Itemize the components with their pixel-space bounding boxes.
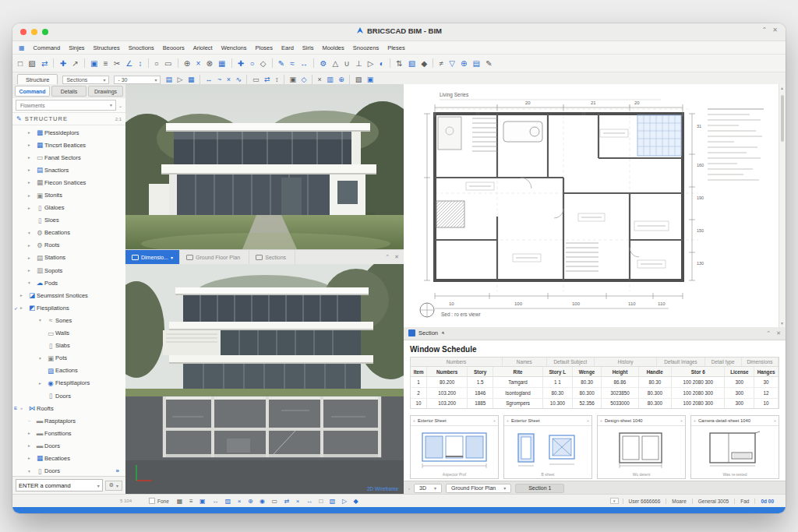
table-cell[interactable]: 80.200 [427,377,468,387]
sections-select[interactable]: Sections▾ [62,76,109,84]
toolbar-icon[interactable]: ▧ [355,76,362,83]
menu-item[interactable]: Sirls [302,44,314,51]
toolbar-icon[interactable] [178,58,178,68]
group-header-cell[interactable]: Numbers [411,358,503,366]
tree-item[interactable]: ▸ ▣ Stonits [12,188,125,201]
toolbar-icon[interactable] [313,58,314,68]
expand-arrow-icon[interactable]: ▸ [28,255,35,260]
status-field[interactable]: Moare [666,499,691,504]
table-cell[interactable]: 2 [411,388,427,398]
view-3d-select[interactable]: 3D▾ [414,484,442,493]
status-toggle-icon[interactable]: ▧ [330,498,336,505]
filter-icon[interactable]: ▼ [109,103,113,107]
toolbar-icon[interactable]: ~ [217,76,221,83]
toolbar-icon[interactable]: ⇄ [264,76,270,83]
tree-item[interactable]: ▸ ▬ Fonsttions [12,427,125,439]
toolbar-icon[interactable]: ⚙ [320,59,327,68]
tree-item[interactable]: ▸ ▤ Snactiors [12,164,125,176]
table-cell[interactable]: 100 2080 300 [672,399,725,409]
status-toggle-icon[interactable]: ▷ [342,498,347,505]
status-toggle-icon[interactable]: ◉ [260,498,265,505]
table-cell[interactable]: 1 [411,377,427,387]
toolbar-icon[interactable]: ↔ [205,76,212,83]
expand-arrow-icon[interactable]: ▾ [28,280,35,285]
table-cell[interactable]: 10 [411,399,427,409]
tree-item[interactable]: ▸ ▤ Stations [12,252,125,264]
table-cell[interactable]: 100 2080 300 [672,388,725,398]
layout-tab-ground-floor[interactable]: Ground Floor Plan▾ [446,484,511,493]
toolbar-icon[interactable]: ○ [154,59,159,68]
expand-arrow-icon[interactable]: ▸ [28,180,35,185]
table-cell[interactable]: 300 [725,377,754,387]
status-field[interactable]: 0d 00 [754,499,779,504]
group-header-cell[interactable]: Dimensions [742,358,779,366]
table-cell[interactable]: 3023850 [602,388,638,398]
table-cell[interactable]: 1846 [468,388,493,398]
tree-item[interactable]: ▸ ▦ Tincsrt Beatices [12,139,125,151]
expand-arrow-icon[interactable]: ▸ [28,443,35,448]
expand-arrow-icon[interactable]: ▸ [28,206,35,210]
toolbar-icon[interactable]: × [196,59,200,68]
collapse-icon[interactable]: ⌃ [766,330,771,336]
toolbar-icon[interactable] [390,58,390,68]
toolbar-icon[interactable] [200,75,200,84]
tree-item[interactable]: ▯ Slabs [12,340,125,352]
toolbar-icon[interactable] [349,75,350,84]
toolbar-icon[interactable]: ◆ [421,59,427,68]
tree-item[interactable]: ▾ ≈ Sones [12,314,125,326]
tree-item[interactable]: ▸ ◪ Seumssint Snotices [12,289,125,301]
menu-item[interactable]: Beooors [163,44,185,51]
toolbar-icon[interactable] [231,58,232,68]
expand-arrow-icon[interactable]: ▸ [28,155,35,160]
toolbar-icon[interactable]: ▦ [188,76,195,83]
command-input[interactable]: ENTER a command▾ [16,479,103,491]
toolbar-icon[interactable]: ▧ [28,59,35,68]
toolbar-icon[interactable]: ✎ [278,59,284,68]
tree-item[interactable]: ▨ Eactions [12,365,125,377]
table-cell[interactable]: 5033000 [602,399,638,409]
pin-icon[interactable]: ▲ [440,330,447,336]
expand-arrow-icon[interactable]: ▸ [28,193,35,198]
status-toggle-icon[interactable]: ⇄ [284,498,290,505]
toolbar-icon[interactable]: ⇄ [41,59,48,68]
search-input[interactable] [19,102,109,109]
close-icon[interactable]: ✕ [776,330,781,336]
toolbar-icon[interactable]: ⇅ [396,59,402,68]
status-toggle-icon[interactable]: ⊕ [248,498,253,505]
restore-icon[interactable]: ⌃ [762,26,768,33]
toolbar-icon[interactable]: ⊕ [338,76,344,83]
table-cell[interactable]: 1885 [468,399,493,409]
column-header-cell[interactable]: Height [602,367,638,377]
toolbar-icon[interactable]: ∪ [344,59,349,68]
expand-arrow-icon[interactable]: ▸ [39,381,46,386]
app-menu-icon[interactable]: ▦ [19,44,25,51]
edit-pencil-icon[interactable]: ✎ [16,115,22,122]
table-cell[interactable]: Tamgard [493,377,543,387]
expand-arrow-icon[interactable]: ▸ [28,143,35,147]
toolbar-icon[interactable]: ▣ [90,59,97,68]
expand-arrow-icon[interactable]: ▸ [20,293,27,298]
group-header-cell[interactable]: History [595,358,657,366]
status-dropdown[interactable]: ▾ [610,498,619,504]
tree-item[interactable]: ▸ ▭ Fanat Sectors [12,151,125,164]
tree-item[interactable]: E » ⋈ Roofts [12,402,125,414]
menu-item[interactable]: Pleses [387,44,405,51]
table-cell[interactable]: 52.356 [573,399,602,409]
status-toggle-icon[interactable]: ◆ [354,498,358,505]
table-cell[interactable]: 300 [725,388,754,398]
table-cell[interactable]: 1 1 [543,377,573,387]
toolbar-icon[interactable]: ∿ [235,76,242,83]
status-toggle-icon[interactable]: ▭ [272,498,278,505]
sidebar-tab[interactable]: Drawings [88,86,123,97]
toolbar-icon[interactable]: ✚ [60,59,66,68]
column-header-cell[interactable]: License [725,367,754,377]
viewport-tab[interactable]: Sections [249,250,295,264]
tree-item[interactable]: ▯ Doors [12,389,125,402]
toolbar-icon[interactable]: ⊥ [355,59,362,68]
menu-item[interactable]: Eard [281,44,294,51]
scroll-down-icon[interactable]: ▼ [780,321,784,326]
level-select[interactable]: - 30▾ [114,76,161,84]
expand-arrow-icon[interactable]: ▸ [28,130,35,135]
menu-item[interactable]: Mooldes [322,44,344,51]
tree-item[interactable]: ▭ Walls [12,327,125,340]
